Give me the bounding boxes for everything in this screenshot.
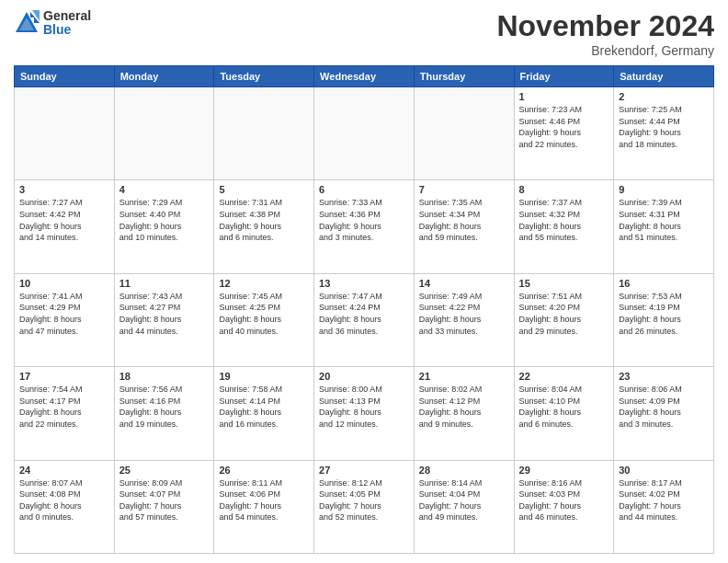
calendar-cell: 21Sunrise: 8:02 AM Sunset: 4:12 PM Dayli… [414,367,514,460]
calendar-table: SundayMondayTuesdayWednesdayThursdayFrid… [14,65,714,554]
day-number: 23 [619,371,709,382]
calendar-cell: 8Sunrise: 7:37 AM Sunset: 4:32 PM Daylig… [514,180,614,273]
calendar-cell: 3Sunrise: 7:27 AM Sunset: 4:42 PM Daylig… [15,180,115,273]
day-info: Sunrise: 8:07 AM Sunset: 4:08 PM Dayligh… [19,477,109,523]
calendar-cell: 23Sunrise: 8:06 AM Sunset: 4:09 PM Dayli… [614,367,714,460]
calendar-cell: 29Sunrise: 8:16 AM Sunset: 4:03 PM Dayli… [514,460,614,553]
logo-blue-label: Blue [43,23,91,37]
day-number: 15 [519,278,609,289]
day-info: Sunrise: 8:14 AM Sunset: 4:04 PM Dayligh… [419,477,509,523]
day-number: 1 [519,91,609,102]
page: General Blue November 2024 Brekendorf, G… [0,0,728,563]
calendar-cell: 10Sunrise: 7:41 AM Sunset: 4:29 PM Dayli… [15,273,115,366]
day-number: 3 [19,184,109,195]
calendar-week-4: 17Sunrise: 7:54 AM Sunset: 4:17 PM Dayli… [15,367,714,460]
day-number: 26 [219,465,309,476]
day-info: Sunrise: 8:02 AM Sunset: 4:12 PM Dayligh… [419,384,509,430]
calendar-cell [114,87,214,180]
calendar-cell: 11Sunrise: 7:43 AM Sunset: 4:27 PM Dayli… [114,273,214,366]
day-number: 7 [419,184,509,195]
calendar-cell: 2Sunrise: 7:25 AM Sunset: 4:44 PM Daylig… [614,87,714,180]
day-number: 11 [119,278,210,289]
day-info: Sunrise: 7:54 AM Sunset: 4:17 PM Dayligh… [19,384,109,430]
day-number: 13 [319,278,409,289]
weekday-header-friday: Friday [514,66,614,87]
day-info: Sunrise: 8:17 AM Sunset: 4:02 PM Dayligh… [619,477,709,523]
day-info: Sunrise: 7:56 AM Sunset: 4:16 PM Dayligh… [119,384,210,430]
logo: General Blue [14,9,91,38]
calendar-cell: 14Sunrise: 7:49 AM Sunset: 4:22 PM Dayli… [414,273,514,366]
month-title: November 2024 [496,9,714,43]
day-info: Sunrise: 7:33 AM Sunset: 4:36 PM Dayligh… [319,197,409,243]
day-number: 28 [419,465,509,476]
day-number: 9 [619,184,709,195]
weekday-header-saturday: Saturday [614,66,714,87]
day-info: Sunrise: 7:23 AM Sunset: 4:46 PM Dayligh… [519,104,609,150]
day-info: Sunrise: 8:12 AM Sunset: 4:05 PM Dayligh… [319,477,409,523]
day-number: 6 [319,184,409,195]
calendar-cell [15,87,115,180]
calendar-week-5: 24Sunrise: 8:07 AM Sunset: 4:08 PM Dayli… [15,460,714,553]
calendar-cell: 17Sunrise: 7:54 AM Sunset: 4:17 PM Dayli… [15,367,115,460]
calendar-header: SundayMondayTuesdayWednesdayThursdayFrid… [15,66,714,87]
calendar-cell: 16Sunrise: 7:53 AM Sunset: 4:19 PM Dayli… [614,273,714,366]
calendar-cell [414,87,514,180]
title-block: November 2024 Brekendorf, Germany [496,9,714,58]
day-info: Sunrise: 7:49 AM Sunset: 4:22 PM Dayligh… [419,291,509,337]
day-number: 24 [19,465,109,476]
day-number: 22 [519,371,609,382]
calendar-cell: 18Sunrise: 7:56 AM Sunset: 4:16 PM Dayli… [114,367,214,460]
day-info: Sunrise: 7:25 AM Sunset: 4:44 PM Dayligh… [619,104,709,150]
weekday-row: SundayMondayTuesdayWednesdayThursdayFrid… [15,66,714,87]
calendar: SundayMondayTuesdayWednesdayThursdayFrid… [14,65,714,554]
calendar-cell: 7Sunrise: 7:35 AM Sunset: 4:34 PM Daylig… [414,180,514,273]
calendar-cell: 27Sunrise: 8:12 AM Sunset: 4:05 PM Dayli… [314,460,415,553]
day-info: Sunrise: 7:27 AM Sunset: 4:42 PM Dayligh… [19,197,109,243]
calendar-cell [314,87,415,180]
calendar-cell: 4Sunrise: 7:29 AM Sunset: 4:40 PM Daylig… [114,180,214,273]
weekday-header-monday: Monday [114,66,214,87]
calendar-cell: 12Sunrise: 7:45 AM Sunset: 4:25 PM Dayli… [214,273,314,366]
day-number: 21 [419,371,509,382]
day-number: 27 [319,465,409,476]
logo-general-label: General [43,9,91,23]
weekday-header-sunday: Sunday [15,66,115,87]
logo-icon [14,10,40,36]
calendar-cell: 25Sunrise: 8:09 AM Sunset: 4:07 PM Dayli… [114,460,214,553]
day-info: Sunrise: 8:00 AM Sunset: 4:13 PM Dayligh… [319,384,409,430]
day-info: Sunrise: 7:53 AM Sunset: 4:19 PM Dayligh… [619,291,709,337]
header: General Blue November 2024 Brekendorf, G… [14,9,714,58]
day-info: Sunrise: 7:45 AM Sunset: 4:25 PM Dayligh… [219,291,309,337]
calendar-cell: 24Sunrise: 8:07 AM Sunset: 4:08 PM Dayli… [15,460,115,553]
day-number: 8 [519,184,609,195]
day-info: Sunrise: 7:43 AM Sunset: 4:27 PM Dayligh… [119,291,210,337]
weekday-header-wednesday: Wednesday [314,66,415,87]
calendar-cell: 26Sunrise: 8:11 AM Sunset: 4:06 PM Dayli… [214,460,314,553]
day-info: Sunrise: 8:04 AM Sunset: 4:10 PM Dayligh… [519,384,609,430]
calendar-cell: 6Sunrise: 7:33 AM Sunset: 4:36 PM Daylig… [314,180,415,273]
day-number: 20 [319,371,409,382]
day-number: 12 [219,278,309,289]
day-info: Sunrise: 7:58 AM Sunset: 4:14 PM Dayligh… [219,384,309,430]
day-info: Sunrise: 8:06 AM Sunset: 4:09 PM Dayligh… [619,384,709,430]
day-number: 10 [19,278,109,289]
day-info: Sunrise: 7:29 AM Sunset: 4:40 PM Dayligh… [119,197,210,243]
day-number: 18 [119,371,210,382]
weekday-header-tuesday: Tuesday [214,66,314,87]
day-info: Sunrise: 8:09 AM Sunset: 4:07 PM Dayligh… [119,477,210,523]
day-number: 29 [519,465,609,476]
day-number: 17 [19,371,109,382]
day-number: 16 [619,278,709,289]
calendar-cell [214,87,314,180]
day-info: Sunrise: 7:41 AM Sunset: 4:29 PM Dayligh… [19,291,109,337]
calendar-cell: 1Sunrise: 7:23 AM Sunset: 4:46 PM Daylig… [514,87,614,180]
day-number: 19 [219,371,309,382]
calendar-cell: 13Sunrise: 7:47 AM Sunset: 4:24 PM Dayli… [314,273,415,366]
calendar-body: 1Sunrise: 7:23 AM Sunset: 4:46 PM Daylig… [15,87,714,554]
calendar-cell: 15Sunrise: 7:51 AM Sunset: 4:20 PM Dayli… [514,273,614,366]
day-number: 30 [619,465,709,476]
calendar-week-3: 10Sunrise: 7:41 AM Sunset: 4:29 PM Dayli… [15,273,714,366]
logo-text: General Blue [43,9,91,38]
day-number: 25 [119,465,210,476]
day-number: 4 [119,184,210,195]
